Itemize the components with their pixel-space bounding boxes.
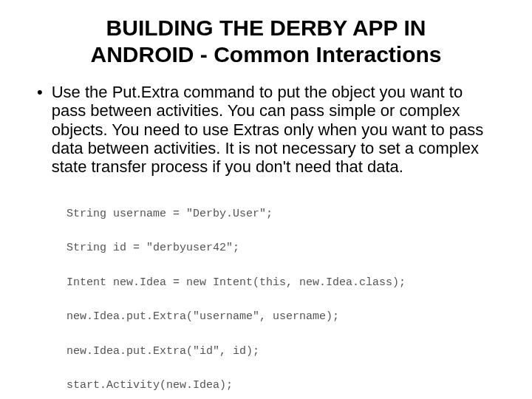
bullet-item: • Use the Put.Extra command to put the o… — [37, 83, 495, 176]
bullet-text: Use the Put.Extra command to put the obj… — [52, 83, 495, 176]
slide-title: BUILDING THE DERBY APP IN ANDROID - Comm… — [37, 15, 495, 68]
bullet-marker: • — [37, 83, 43, 101]
code-line: Intent new.Idea = new Intent(this, new.I… — [66, 274, 495, 291]
code-line: new.Idea.put.Extra("id", id); — [66, 343, 495, 360]
code-line: String username = "Derby.User"; — [66, 205, 495, 222]
code-line: start.Activity(new.Idea); — [66, 377, 495, 394]
code-block: String username = "Derby.User"; String i… — [66, 188, 495, 399]
code-line: String id = "derbyuser42"; — [66, 239, 495, 256]
code-line: new.Idea.put.Extra("username", username)… — [66, 308, 495, 325]
